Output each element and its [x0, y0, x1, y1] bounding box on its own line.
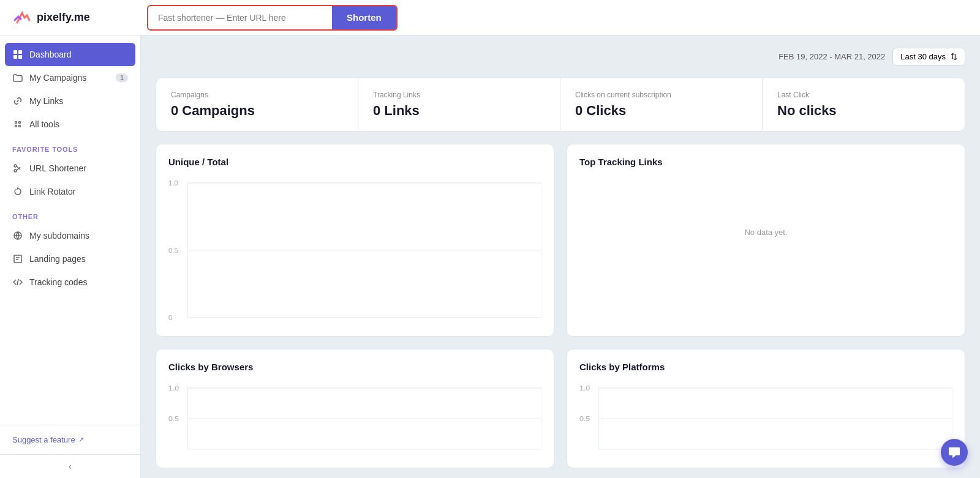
svg-point-9	[14, 170, 17, 172]
stat-label-last-click: Last Click	[777, 91, 950, 99]
svg-text:12AM: 12AM	[188, 323, 206, 324]
svg-point-5	[19, 122, 21, 124]
stat-card-last-click: Last Click No clicks	[763, 78, 965, 131]
svg-text:12PM: 12PM	[363, 323, 381, 324]
sidebar-item-url-shortener[interactable]: URL Shortener	[0, 157, 140, 180]
chevron-up-down-icon: ⇅	[951, 52, 957, 61]
sidebar: Dashboard My Campaigns 1 My Links	[0, 35, 141, 478]
stat-label-links: Tracking Links	[373, 91, 545, 99]
date-range: FEB 19, 2022 - MAR 21, 2022	[778, 52, 885, 61]
topbar: pixelfy.me Shorten	[0, 0, 980, 35]
clicks-browsers-title: Clicks by Browsers	[168, 362, 541, 372]
sidebar-collapse-button[interactable]: ‹	[0, 454, 140, 478]
all-tools-label: All tools	[29, 119, 59, 129]
globe-icon	[12, 230, 23, 241]
unique-total-chart-area: 1.0 0.5 0 12AM 3AM 6AM 9AM 12PM 3PM	[168, 177, 541, 324]
clicks-platforms-chart-area: 1.0 0.5	[579, 382, 952, 455]
external-link-icon: ↗	[78, 436, 84, 444]
unique-total-chart-card: Unique / Total 1.0 0.5 0 12AM 3AM	[156, 144, 554, 337]
chat-bubble-button[interactable]	[941, 439, 968, 466]
top-links-card: Top Tracking Links No data yet.	[567, 144, 965, 337]
svg-text:12AM: 12AM	[530, 323, 541, 324]
unique-total-title: Unique / Total	[168, 157, 541, 167]
logo: pixelfy.me	[12, 8, 147, 28]
clicks-platforms-svg: 1.0 0.5	[579, 382, 952, 455]
clicks-platforms-title: Clicks by Platforms	[579, 362, 952, 372]
clicks-browsers-svg: 1.0 0.5	[168, 382, 541, 455]
logo-icon	[12, 8, 32, 28]
svg-text:3PM: 3PM	[409, 323, 423, 324]
stat-card-links: Tracking Links 0 Links	[358, 78, 560, 131]
sidebar-item-my-subdomains[interactable]: My subdomains	[0, 224, 140, 247]
svg-point-8	[14, 165, 17, 167]
stats-row: Campaigns 0 Campaigns Tracking Links 0 L…	[156, 78, 965, 132]
svg-text:9AM: 9AM	[320, 323, 334, 324]
sidebar-item-link-rotator[interactable]: Link Rotator	[0, 180, 140, 203]
dashboard-label: Dashboard	[29, 50, 72, 59]
url-shortener-bar: Shorten	[147, 5, 398, 31]
clicks-platforms-card: Clicks by Platforms 1.0 0.5	[567, 349, 965, 468]
svg-text:0.5: 0.5	[168, 247, 178, 254]
dashboard-icon	[12, 49, 23, 60]
svg-text:9PM: 9PM	[493, 323, 507, 324]
sidebar-footer: Suggest a feature ↗	[0, 425, 140, 454]
top-links-title: Top Tracking Links	[579, 157, 952, 167]
shorten-button[interactable]: Shorten	[332, 6, 396, 29]
stat-value-clicks: 0 Clicks	[575, 103, 747, 119]
unique-total-svg: 1.0 0.5 0 12AM 3AM 6AM 9AM 12PM 3PM	[168, 177, 541, 324]
chevron-left-icon: ‹	[69, 461, 72, 472]
link-icon	[12, 95, 23, 106]
suggest-feature-link[interactable]: Suggest a feature ↗	[12, 435, 128, 444]
charts-row-2: Clicks by Browsers 1.0 0.5 Clicks by Pla…	[156, 349, 965, 468]
svg-text:1.0: 1.0	[168, 384, 179, 392]
my-subdomains-label: My subdomains	[29, 231, 89, 241]
stat-card-clicks: Clicks on current subscription 0 Clicks	[560, 78, 763, 131]
folder-icon	[12, 72, 23, 83]
charts-row-1: Unique / Total 1.0 0.5 0 12AM 3AM	[156, 144, 965, 337]
svg-text:0.5: 0.5	[579, 415, 590, 422]
main-content: FEB 19, 2022 - MAR 21, 2022 Last 30 days…	[141, 35, 980, 478]
pages-icon	[12, 253, 23, 264]
stat-label-campaigns: Campaigns	[171, 91, 343, 99]
svg-text:1.0: 1.0	[579, 384, 590, 392]
svg-rect-3	[18, 55, 22, 59]
date-select-dropdown[interactable]: Last 30 days ⇅	[892, 48, 965, 65]
clicks-browsers-chart-area: 1.0 0.5	[168, 382, 541, 455]
tracking-codes-label: Tracking codes	[29, 277, 87, 287]
sidebar-item-landing-pages[interactable]: Landing pages	[0, 247, 140, 271]
my-links-label: My Links	[29, 96, 63, 106]
svg-text:0: 0	[168, 315, 172, 321]
sidebar-item-all-tools[interactable]: All tools	[0, 113, 140, 136]
top-links-no-data: No data yet.	[579, 177, 952, 287]
svg-rect-2	[13, 55, 17, 59]
sidebar-item-my-campaigns[interactable]: My Campaigns 1	[0, 66, 140, 89]
svg-text:6AM: 6AM	[276, 323, 290, 324]
svg-rect-1	[18, 50, 22, 54]
url-input[interactable]	[148, 13, 332, 23]
rotator-icon	[12, 186, 23, 197]
stat-value-links: 0 Links	[373, 103, 545, 119]
svg-rect-11	[14, 255, 21, 263]
campaigns-badge: 1	[116, 73, 128, 82]
main-layout: Dashboard My Campaigns 1 My Links	[0, 35, 980, 478]
sidebar-item-tracking-codes[interactable]: Tracking codes	[0, 271, 140, 294]
svg-text:1.0: 1.0	[168, 180, 178, 187]
grid-icon	[12, 119, 23, 130]
other-label: OTHER	[0, 203, 140, 224]
sidebar-item-my-links[interactable]: My Links	[0, 89, 140, 113]
content-header: FEB 19, 2022 - MAR 21, 2022 Last 30 days…	[156, 48, 965, 65]
url-shortener-label: URL Shortener	[29, 163, 86, 173]
landing-pages-label: Landing pages	[29, 254, 86, 264]
stat-value-campaigns: 0 Campaigns	[171, 103, 343, 119]
svg-text:3AM: 3AM	[231, 323, 245, 324]
sidebar-item-dashboard[interactable]: Dashboard	[5, 43, 135, 66]
svg-point-6	[15, 125, 17, 127]
chat-icon	[948, 446, 960, 458]
sidebar-nav: Dashboard My Campaigns 1 My Links	[0, 35, 140, 425]
link-rotator-label: Link Rotator	[29, 187, 75, 196]
stat-card-campaigns: Campaigns 0 Campaigns	[156, 78, 358, 131]
my-campaigns-label: My Campaigns	[29, 73, 86, 83]
svg-point-4	[15, 122, 17, 124]
code-icon	[12, 277, 23, 288]
svg-text:0.5: 0.5	[168, 415, 179, 422]
